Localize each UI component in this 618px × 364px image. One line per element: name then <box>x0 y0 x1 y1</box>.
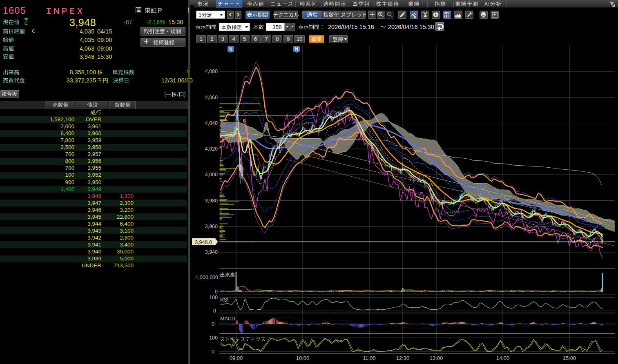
svg-text:100: 100 <box>209 335 218 341</box>
svg-text:N: N <box>295 47 298 51</box>
svg-text:4,000: 4,000 <box>205 172 218 178</box>
svg-text:3,980: 3,980 <box>205 198 218 204</box>
svg-text:14:00: 14:00 <box>496 355 510 361</box>
svg-text:09:00: 09:00 <box>230 355 243 361</box>
svg-text:4,040: 4,040 <box>205 120 218 126</box>
svg-text:1,000,000: 1,000,000 <box>195 275 218 280</box>
svg-text:4,080: 4,080 <box>205 69 218 74</box>
svg-text:3,940: 3,940 <box>205 249 218 255</box>
svg-text:MACD: MACD <box>220 316 235 322</box>
svg-text:RSI: RSI <box>220 297 229 303</box>
svg-text:3,960: 3,960 <box>205 224 218 229</box>
svg-text:10:00: 10:00 <box>296 355 310 361</box>
svg-text:N: N <box>229 47 232 51</box>
svg-text:15:00: 15:00 <box>563 355 576 361</box>
svg-text:0: 0 <box>215 289 218 295</box>
svg-text:12:30: 12:30 <box>396 355 410 361</box>
svg-text:11:00: 11:00 <box>363 355 376 361</box>
svg-text:3,948.0: 3,948.0 <box>195 240 212 245</box>
svg-text:4,020: 4,020 <box>205 146 218 152</box>
svg-text:0: 0 <box>213 308 216 314</box>
svg-text:0: 0 <box>212 349 214 355</box>
svg-text:0: 0 <box>212 321 214 327</box>
svg-text:4,060: 4,060 <box>205 95 218 100</box>
svg-text:13:00: 13:00 <box>430 355 443 361</box>
svg-text:100: 100 <box>209 295 218 300</box>
